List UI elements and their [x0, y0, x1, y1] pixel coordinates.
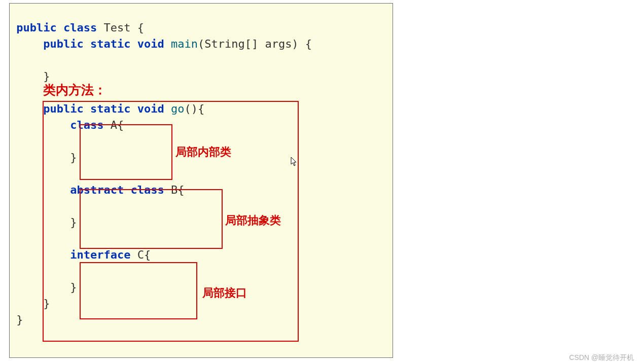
kw-void: void [137, 38, 164, 50]
method-main: main [171, 38, 198, 50]
args-rest: [] args) { [245, 38, 312, 50]
paren: ( [198, 38, 204, 50]
annotation-local-interface: 局部接口 [202, 285, 247, 301]
kw-public: public [16, 21, 56, 34]
type-string: String [204, 38, 244, 50]
box-class-b [80, 189, 223, 249]
close-main: } [43, 70, 50, 83]
close-outer: } [16, 313, 23, 326]
annotation-title: 类内方法： [43, 82, 106, 98]
ident-test: Test [103, 21, 130, 34]
kw-public: public [43, 38, 83, 50]
code-panel: public class Test { public static void m… [9, 3, 393, 358]
annotation-local-inner-class: 局部内部类 [175, 144, 231, 160]
brace: { [137, 21, 144, 34]
kw-static: static [90, 38, 130, 50]
box-interface-c [80, 262, 197, 319]
box-class-a [80, 124, 172, 180]
kw-class: class [63, 21, 97, 34]
annotation-local-abstract-class: 局部抽象类 [225, 213, 281, 228]
watermark: CSDN @睡觉待开机 [569, 353, 634, 362]
